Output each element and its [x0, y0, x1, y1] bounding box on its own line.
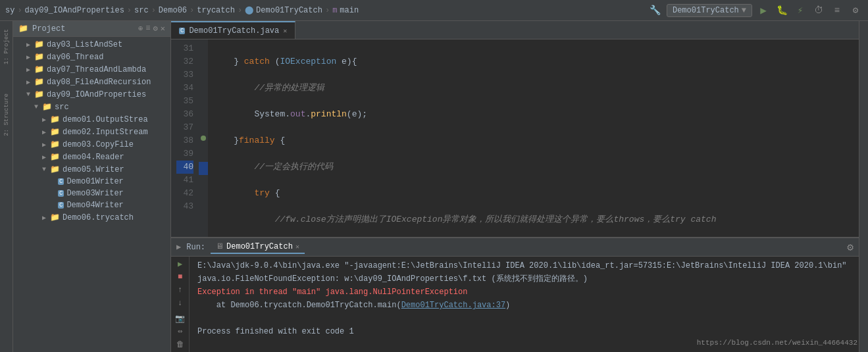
tree-arrow-icon: ▶ — [42, 128, 50, 136]
tree-item-demo04writer[interactable]: ▶ C Demo04Writer — [13, 199, 170, 211]
stop-button[interactable]: ■ — [174, 272, 187, 283]
scroll-up-button[interactable]: ↑ — [174, 285, 187, 295]
scroll-down-button[interactable]: ↓ — [174, 298, 187, 309]
folder-icon: 📁 — [50, 139, 60, 149]
clear-button[interactable]: 🗑 — [174, 339, 187, 349]
breadcrumb-part: Demo06 — [159, 6, 187, 15]
tab-label: Demo01TryCatch.java — [189, 26, 279, 36]
run-config-selector[interactable]: Demo01TryCatch ▼ — [667, 4, 752, 17]
java-icon: C — [58, 190, 64, 197]
folder-icon: 📁 — [34, 77, 44, 87]
tree-item-label: day07_ThreadAndLambda — [47, 65, 146, 74]
output-line-4: at Demo06.trycatch.Demo01TryCatch.main(D… — [197, 299, 851, 312]
breadcrumb-part: sy — [5, 6, 14, 15]
tree-item-day08[interactable]: ▶ 📁 day08_FileAndRecursion — [13, 76, 170, 88]
tree-item-demo01writer[interactable]: ▶ C Demo01Writer — [13, 176, 170, 188]
collapse-icon[interactable]: ≡ — [145, 24, 150, 34]
code-line-37: //fw.close方法声明抛出了IOException异常对象，所以我们就得处… — [213, 213, 854, 226]
tree-arrow-icon: ▶ — [26, 53, 34, 61]
tab-close-icon[interactable]: ✕ — [283, 27, 287, 35]
structure-label[interactable]: 2: Structure — [3, 93, 10, 136]
output-line-2: java.io.FileNotFoundException: w:\day09_… — [197, 272, 851, 286]
settings-button[interactable]: ⚙ — [848, 3, 863, 18]
sync-icon[interactable]: ⊕ — [138, 24, 143, 34]
coverage-button[interactable]: ⚡ — [793, 3, 807, 18]
debug-button[interactable]: 🐛 — [775, 3, 789, 18]
bottom-tab-run[interactable]: 🖥 Demo01TryCatch ✕ — [211, 240, 305, 254]
tree-item-demo02[interactable]: ▶ 📁 demo02.InputStream — [13, 126, 170, 138]
breadcrumb-part: src — [134, 6, 149, 15]
tree-item-label: demo01.OutputStrea — [63, 115, 148, 124]
close-icon[interactable]: ✕ — [161, 24, 165, 34]
tree-item-demo03writer[interactable]: ▶ C Demo03Writer — [13, 188, 170, 199]
tree-item-label: demo03.CopyFile — [63, 140, 134, 149]
project-label[interactable]: 1: Project — [3, 29, 10, 64]
top-bar: sy › day09_IOAndProperties › src › Demo0… — [0, 0, 868, 21]
settings-icon[interactable]: ⚙ — [153, 24, 158, 34]
tree-item-demo06[interactable]: ▶ 📁 Demo06.trycatch — [13, 211, 170, 224]
run-panel: ▶ Run: 🖥 Demo01TryCatch ✕ ⚙ ▶ ■ ↑ ↓ 📷 ⇔ … — [171, 237, 859, 352]
tree-arrow-icon: ▶ — [26, 78, 34, 86]
code-line-31: } catch (IOException e){ — [213, 55, 854, 68]
editor-area: C Demo01TryCatch.java ✕ 31 32 33 34 35 3… — [171, 21, 859, 352]
breadcrumb-part: ⬤ — [245, 5, 253, 15]
screenshot-button[interactable]: 📷 — [174, 313, 187, 324]
tree-item-demo03[interactable]: ▶ 📁 demo03.CopyFile — [13, 138, 170, 151]
tree-item-label: src — [55, 103, 69, 112]
run-button[interactable]: ▶ — [756, 3, 771, 18]
run-label: Run: — [186, 243, 205, 252]
toolbar-right: 🔧 Demo01TryCatch ▼ ▶ 🐛 ⚡ ⏱ ≡ ⚙ — [648, 3, 863, 18]
tree-arrow-icon: ▶ — [26, 66, 34, 74]
tree-item-day03[interactable]: ▶ 📁 day03_ListAndSet — [13, 38, 170, 51]
run-window-icon: 🖥 — [216, 241, 224, 251]
tree-arrow-icon: ▼ — [34, 103, 42, 111]
folder-icon: 📁 — [34, 89, 44, 99]
left-strip: 1: Project 2: Structure — [0, 21, 13, 352]
editor-tab-active[interactable]: C Demo01TryCatch.java ✕ — [171, 21, 295, 39]
profile-button[interactable]: ⏱ — [811, 3, 826, 18]
breadcrumb-part: trycatch — [197, 6, 235, 15]
tab-close-icon[interactable]: ✕ — [295, 243, 299, 251]
code-content[interactable]: } catch (IOException e){ //异常的处理逻辑 Syste… — [208, 39, 859, 237]
output-line-3: Exception in thread "main" java.lang.Nul… — [197, 286, 851, 299]
tree-arrow-icon: ▼ — [26, 91, 34, 98]
tree-item-label: demo05.Writer — [63, 165, 124, 174]
wrap-button[interactable]: ⇔ — [174, 326, 187, 337]
tree-item-label: demo04.Reader — [63, 153, 124, 162]
run-again-button[interactable]: ▶ — [174, 259, 187, 270]
code-line-32: //异常的处理逻辑 — [213, 82, 854, 95]
tree-item-label: Demo03Writer — [66, 189, 123, 198]
tree-item-demo04[interactable]: ▶ 📁 demo04.Reader — [13, 151, 170, 163]
run-settings-icon[interactable]: ⚙ — [847, 241, 854, 254]
output-line-5 — [197, 312, 851, 325]
tree-item-label: Demo04Writer — [66, 201, 123, 210]
tree-item-demo05[interactable]: ▼ 📁 demo05.Writer — [13, 163, 170, 176]
tree-arrow-icon: ▶ — [42, 116, 50, 124]
tree-item-label: Demo06.trycatch — [63, 213, 134, 222]
right-strip — [859, 21, 868, 352]
folder-icon: 📁 — [34, 64, 44, 74]
more-button[interactable]: ≡ — [830, 3, 844, 18]
java-icon: C — [58, 178, 64, 185]
breadcrumb-part: day09_IOAndProperties — [25, 6, 124, 15]
code-line-34: }finally { — [213, 134, 854, 147]
debug-icon[interactable]: 🔧 — [648, 3, 663, 18]
tree-item-demo01[interactable]: ▶ 📁 demo01.OutputStrea — [13, 113, 170, 126]
tree-item-day09[interactable]: ▼ 📁 day09_IOAndProperties — [13, 88, 170, 101]
stack-trace-link[interactable]: Demo01TryCatch.java:37 — [401, 301, 505, 310]
tree-item-label: day06_Thread — [47, 53, 103, 62]
code-container: 31 32 33 34 35 36 37 38 39 40 41 42 43 — [171, 39, 859, 237]
tree-item-day07[interactable]: ▶ 📁 day07_ThreadAndLambda — [13, 63, 170, 76]
tree-item-label: day09_IOAndProperties — [47, 90, 146, 99]
tab-bar: C Demo01TryCatch.java ✕ — [171, 21, 859, 39]
tree-item-day06[interactable]: ▶ 📁 day06_Thread — [13, 51, 170, 63]
breadcrumb-part: main — [340, 6, 359, 15]
breadcrumb: sy › day09_IOAndProperties › src › Demo0… — [5, 5, 359, 15]
tree-item-label: demo02.InputStream — [63, 128, 148, 137]
panel-header: 📁 Project ⊕ ≡ ⚙ ✕ — [13, 21, 170, 37]
tree-arrow-icon: ▶ — [42, 141, 50, 149]
gutter — [199, 39, 208, 237]
tree-item-src[interactable]: ▼ 📁 src — [13, 101, 170, 113]
folder-icon: 📁 — [50, 152, 60, 162]
main-area: 1: Project 2: Structure 📁 Project ⊕ ≡ ⚙ … — [0, 21, 868, 352]
